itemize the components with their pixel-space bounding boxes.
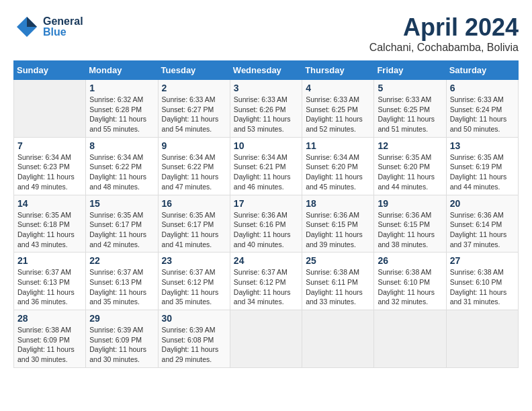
logo-text: General Blue [43, 16, 83, 38]
calendar-week-4: 21Sunrise: 6:37 AM Sunset: 6:13 PM Dayli… [14, 253, 519, 310]
calendar-cell: 6Sunrise: 6:33 AM Sunset: 6:24 PM Daylig… [446, 80, 518, 138]
day-info: Sunrise: 6:34 AM Sunset: 6:22 PM Dayligh… [89, 152, 154, 192]
calendar-cell: 11Sunrise: 6:34 AM Sunset: 6:20 PM Dayli… [302, 137, 374, 195]
day-number: 16 [162, 198, 226, 209]
day-info: Sunrise: 6:33 AM Sunset: 6:27 PM Dayligh… [162, 95, 226, 134]
day-number: 22 [89, 255, 154, 266]
header-day-thursday: Thursday [302, 61, 374, 80]
calendar-body: 1Sunrise: 6:32 AM Sunset: 6:28 PM Daylig… [14, 80, 519, 368]
day-info: Sunrise: 6:35 AM Sunset: 6:17 PM Dayligh… [162, 210, 226, 250]
day-number: 5 [378, 83, 442, 93]
calendar-cell: 16Sunrise: 6:35 AM Sunset: 6:17 PM Dayli… [158, 195, 230, 253]
day-number: 27 [450, 255, 515, 266]
header-day-sunday: Sunday [14, 61, 86, 80]
calendar-week-5: 28Sunrise: 6:38 AM Sunset: 6:09 PM Dayli… [14, 310, 519, 368]
calendar-cell: 5Sunrise: 6:33 AM Sunset: 6:25 PM Daylig… [374, 80, 446, 138]
calendar-cell: 15Sunrise: 6:35 AM Sunset: 6:17 PM Dayli… [86, 195, 158, 253]
header-day-monday: Monday [86, 61, 158, 80]
logo-general: General [43, 16, 83, 27]
day-info: Sunrise: 6:35 AM Sunset: 6:19 PM Dayligh… [450, 152, 515, 192]
calendar-week-1: 1Sunrise: 6:32 AM Sunset: 6:28 PM Daylig… [14, 80, 519, 138]
day-info: Sunrise: 6:34 AM Sunset: 6:22 PM Dayligh… [162, 152, 226, 192]
calendar-cell [14, 80, 86, 138]
calendar-cell: 27Sunrise: 6:38 AM Sunset: 6:10 PM Dayli… [446, 253, 518, 310]
calendar-header: SundayMondayTuesdayWednesdayThursdayFrid… [14, 61, 519, 80]
day-info: Sunrise: 6:38 AM Sunset: 6:09 PM Dayligh… [17, 325, 82, 365]
calendar-cell: 22Sunrise: 6:37 AM Sunset: 6:13 PM Dayli… [86, 253, 158, 310]
logo: General Blue [13, 13, 83, 40]
calendar-cell: 23Sunrise: 6:37 AM Sunset: 6:12 PM Dayli… [158, 253, 230, 310]
header-day-saturday: Saturday [446, 61, 518, 80]
day-info: Sunrise: 6:36 AM Sunset: 6:15 PM Dayligh… [378, 210, 442, 250]
day-number: 9 [162, 140, 226, 151]
day-number: 1 [89, 83, 154, 93]
calendar-table: SundayMondayTuesdayWednesdayThursdayFrid… [13, 60, 519, 368]
day-info: Sunrise: 6:38 AM Sunset: 6:10 PM Dayligh… [378, 267, 442, 307]
day-info: Sunrise: 6:33 AM Sunset: 6:25 PM Dayligh… [378, 95, 442, 134]
day-number: 6 [450, 83, 515, 93]
day-info: Sunrise: 6:33 AM Sunset: 6:24 PM Dayligh… [450, 95, 515, 134]
day-info: Sunrise: 6:36 AM Sunset: 6:14 PM Dayligh… [450, 210, 515, 250]
day-info: Sunrise: 6:34 AM Sunset: 6:21 PM Dayligh… [234, 152, 298, 192]
month-title: April 2024 [369, 13, 519, 42]
calendar-cell: 26Sunrise: 6:38 AM Sunset: 6:10 PM Dayli… [374, 253, 446, 310]
calendar-cell: 8Sunrise: 6:34 AM Sunset: 6:22 PM Daylig… [86, 137, 158, 195]
calendar-cell: 4Sunrise: 6:33 AM Sunset: 6:25 PM Daylig… [302, 80, 374, 138]
day-info: Sunrise: 6:35 AM Sunset: 6:18 PM Dayligh… [17, 210, 82, 250]
logo-blue: Blue [43, 27, 83, 38]
logo-icon [13, 13, 40, 40]
day-number: 11 [306, 140, 370, 151]
day-info: Sunrise: 6:37 AM Sunset: 6:13 PM Dayligh… [17, 267, 82, 307]
calendar-cell: 7Sunrise: 6:34 AM Sunset: 6:23 PM Daylig… [14, 137, 86, 195]
day-info: Sunrise: 6:36 AM Sunset: 6:15 PM Dayligh… [306, 210, 370, 250]
day-info: Sunrise: 6:35 AM Sunset: 6:17 PM Dayligh… [89, 210, 154, 250]
calendar-cell: 10Sunrise: 6:34 AM Sunset: 6:21 PM Dayli… [230, 137, 302, 195]
calendar-cell: 28Sunrise: 6:38 AM Sunset: 6:09 PM Dayli… [14, 310, 86, 368]
calendar-cell: 1Sunrise: 6:32 AM Sunset: 6:28 PM Daylig… [86, 80, 158, 138]
day-number: 3 [234, 83, 298, 93]
location-title: Calchani, Cochabamba, Bolivia [369, 42, 519, 54]
day-number: 21 [17, 255, 82, 266]
day-number: 26 [378, 255, 442, 266]
day-number: 25 [306, 255, 370, 266]
day-number: 8 [89, 140, 154, 151]
calendar-cell [446, 310, 518, 368]
day-number: 29 [89, 313, 154, 324]
calendar-cell: 14Sunrise: 6:35 AM Sunset: 6:18 PM Dayli… [14, 195, 86, 253]
calendar-cell: 17Sunrise: 6:36 AM Sunset: 6:16 PM Dayli… [230, 195, 302, 253]
calendar-cell: 3Sunrise: 6:33 AM Sunset: 6:26 PM Daylig… [230, 80, 302, 138]
day-info: Sunrise: 6:38 AM Sunset: 6:11 PM Dayligh… [306, 267, 370, 307]
day-number: 12 [378, 140, 442, 151]
day-number: 28 [17, 313, 82, 324]
calendar-cell: 25Sunrise: 6:38 AM Sunset: 6:11 PM Dayli… [302, 253, 374, 310]
calendar-cell: 2Sunrise: 6:33 AM Sunset: 6:27 PM Daylig… [158, 80, 230, 138]
day-number: 15 [89, 198, 154, 209]
calendar-cell [374, 310, 446, 368]
calendar-cell: 19Sunrise: 6:36 AM Sunset: 6:15 PM Dayli… [374, 195, 446, 253]
calendar-cell: 20Sunrise: 6:36 AM Sunset: 6:14 PM Dayli… [446, 195, 518, 253]
day-info: Sunrise: 6:35 AM Sunset: 6:20 PM Dayligh… [378, 152, 442, 192]
calendar-cell: 30Sunrise: 6:39 AM Sunset: 6:08 PM Dayli… [158, 310, 230, 368]
day-number: 10 [234, 140, 298, 151]
day-info: Sunrise: 6:37 AM Sunset: 6:12 PM Dayligh… [162, 267, 226, 307]
day-number: 7 [17, 140, 82, 151]
header-day-tuesday: Tuesday [158, 61, 230, 80]
day-info: Sunrise: 6:33 AM Sunset: 6:26 PM Dayligh… [234, 95, 298, 134]
calendar-week-3: 14Sunrise: 6:35 AM Sunset: 6:18 PM Dayli… [14, 195, 519, 253]
calendar-cell: 12Sunrise: 6:35 AM Sunset: 6:20 PM Dayli… [374, 137, 446, 195]
day-info: Sunrise: 6:38 AM Sunset: 6:10 PM Dayligh… [450, 267, 515, 307]
day-number: 30 [162, 313, 226, 324]
day-number: 14 [17, 198, 82, 209]
svg-marker-1 [27, 17, 37, 27]
day-info: Sunrise: 6:39 AM Sunset: 6:08 PM Dayligh… [162, 325, 226, 365]
day-info: Sunrise: 6:34 AM Sunset: 6:23 PM Dayligh… [17, 152, 82, 192]
header-row: SundayMondayTuesdayWednesdayThursdayFrid… [14, 61, 519, 80]
day-info: Sunrise: 6:39 AM Sunset: 6:09 PM Dayligh… [89, 325, 154, 365]
header-day-friday: Friday [374, 61, 446, 80]
day-number: 24 [234, 255, 298, 266]
day-info: Sunrise: 6:34 AM Sunset: 6:20 PM Dayligh… [306, 152, 370, 192]
day-info: Sunrise: 6:33 AM Sunset: 6:25 PM Dayligh… [306, 95, 370, 134]
day-number: 19 [378, 198, 442, 209]
page-header: General Blue April 2024 Calchani, Cochab… [13, 13, 519, 54]
title-area: April 2024 Calchani, Cochabamba, Bolivia [369, 13, 519, 54]
